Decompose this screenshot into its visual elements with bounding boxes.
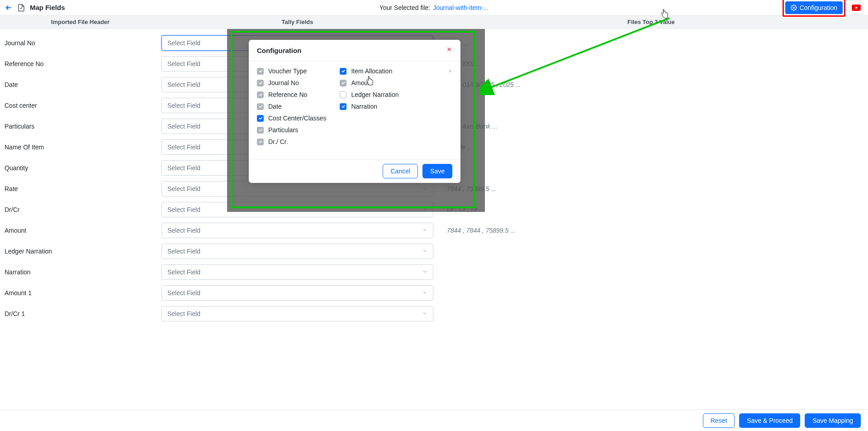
field-label: Narration (0, 268, 161, 276)
chevron-right-icon (421, 67, 452, 75)
select-placeholder: Select Field (167, 81, 200, 88)
select-placeholder: Select Field (167, 206, 200, 213)
checkbox-icon[interactable] (340, 80, 346, 86)
select-placeholder: Select Field (167, 289, 200, 297)
sample-value: 7844 , 7844 , 75899.5 ... (434, 227, 868, 234)
config-option-label: Dr./ Cr. (268, 138, 288, 145)
select-placeholder: Select Field (167, 60, 200, 67)
gear-icon (791, 5, 797, 11)
field-label: Name Of Item (0, 144, 161, 151)
youtube-button[interactable] (849, 0, 863, 15)
select-field-dropdown[interactable]: Select Field (161, 264, 433, 280)
config-option[interactable]: Journal No (257, 79, 326, 86)
config-left-column: Voucher TypeJournal NoReference NoDateCo… (257, 67, 326, 145)
field-label: Dr/Cr (0, 206, 161, 213)
field-label: Quantity (0, 164, 161, 172)
checkbox-icon[interactable] (257, 68, 264, 75)
config-option[interactable]: Reference No (257, 91, 326, 98)
config-option-label: Reference No (268, 91, 307, 98)
config-button-label: Configuration (800, 4, 837, 11)
checkbox-icon[interactable] (340, 68, 346, 75)
field-label: Cost center (0, 102, 161, 109)
config-option-label: Voucher Type (268, 67, 307, 75)
config-option[interactable]: Date (257, 103, 326, 110)
field-label: Rate (0, 185, 161, 192)
back-arrow-icon[interactable] (5, 4, 13, 12)
sample-value: 7844 , 75899.5 ... (434, 185, 868, 192)
checkbox-icon[interactable] (257, 139, 264, 145)
configuration-button[interactable]: Configuration (785, 1, 843, 14)
select-field-dropdown[interactable]: Select Field (161, 244, 433, 259)
config-option[interactable]: Voucher Type (257, 67, 326, 75)
checkbox-icon[interactable] (340, 103, 346, 110)
config-option-label: Ledger Narration (351, 91, 398, 98)
config-option-label: Narration (351, 103, 377, 110)
config-option[interactable]: Narration (340, 103, 452, 110)
chevron-down-icon (422, 310, 427, 317)
sample-value: 025 , 01/03/2025 , 2025 ... (434, 81, 868, 88)
close-icon[interactable] (446, 46, 452, 54)
config-right-column: Item AllocationAmountLedger NarrationNar… (340, 67, 452, 145)
col-header-3: Files Top 3 Value (434, 19, 868, 25)
field-row: Ledger NarrationSelect Field (0, 241, 868, 262)
field-label: Amount (0, 227, 161, 234)
field-label: Date (0, 81, 161, 88)
field-label: Dr/Cr 1 (0, 310, 161, 317)
chevron-down-icon (422, 227, 427, 234)
config-option[interactable]: Item Allocation (340, 67, 452, 75)
config-option-label: Amount (351, 79, 373, 86)
config-option[interactable]: Amount (340, 79, 452, 86)
config-option[interactable]: Ledger Narration (340, 91, 452, 98)
field-label: Reference No (0, 60, 161, 67)
select-placeholder: Select Field (167, 39, 200, 47)
config-button-highlight: Configuration (783, 0, 845, 17)
select-field-dropdown[interactable]: Select Field (161, 306, 433, 321)
select-placeholder: Select Field (167, 185, 200, 192)
config-option-label: Date (268, 103, 282, 110)
select-placeholder: Select Field (167, 144, 200, 151)
field-row: Amount 1Select Field (0, 283, 868, 303)
config-option-label: Particulars (268, 126, 298, 134)
config-option[interactable]: Cost Center/Classes (257, 115, 326, 122)
checkbox-icon[interactable] (257, 80, 264, 86)
config-option-label: Journal No (268, 79, 299, 86)
checkbox-icon[interactable] (340, 91, 346, 98)
checkbox-icon[interactable] (257, 91, 264, 98)
field-label: Journal No (0, 39, 161, 47)
select-placeholder: Select Field (167, 123, 200, 130)
select-placeholder: Select Field (167, 310, 200, 317)
select-placeholder: Select Field (167, 268, 200, 276)
select-placeholder: Select Field (167, 102, 200, 109)
select-field-dropdown[interactable]: Select Field (161, 285, 433, 301)
modal-title: Configuration (257, 47, 301, 54)
field-label: Particulars (0, 123, 161, 130)
select-placeholder: Select Field (167, 164, 200, 172)
checkbox-icon[interactable] (257, 127, 264, 134)
config-option-label: Item Allocation (351, 67, 392, 75)
sample-value: SBI , Axis Bank ... (434, 123, 868, 130)
select-field-dropdown[interactable]: Select Field (161, 223, 433, 238)
youtube-icon (852, 5, 861, 11)
sample-value: 001 , I002 ... (434, 60, 868, 67)
config-option[interactable]: Dr./ Cr. (257, 138, 326, 145)
column-header-row: Imported File Header Tally Fields Files … (0, 15, 868, 29)
chevron-down-icon (422, 248, 427, 255)
svg-point-0 (793, 7, 795, 9)
field-row: AmountSelect Field7844 , 7844 , 75899.5 … (0, 220, 868, 241)
checkbox-icon[interactable] (257, 103, 264, 110)
cancel-button[interactable]: Cancel (383, 164, 418, 178)
chevron-down-icon (422, 289, 427, 297)
chevron-down-icon (422, 268, 427, 276)
config-option-label: Cost Center/Classes (268, 115, 326, 122)
field-label: Ledger Narration (0, 248, 161, 255)
select-placeholder: Select Field (167, 248, 200, 255)
field-row: NarrationSelect Field (0, 262, 868, 283)
save-button[interactable]: Save (422, 164, 452, 178)
sample-value: Dr , Cr , Dr ... (434, 206, 868, 213)
col-header-1: Imported File Header (0, 19, 161, 25)
checkbox-icon[interactable] (257, 115, 264, 122)
topbar: Map Fields Your Selected file: Journal-w… (0, 0, 868, 15)
config-option[interactable]: Particulars (257, 126, 326, 134)
selected-file-label: Your Selected file: (379, 4, 430, 11)
selected-file-name[interactable]: Journal-with-item-... (433, 4, 489, 11)
